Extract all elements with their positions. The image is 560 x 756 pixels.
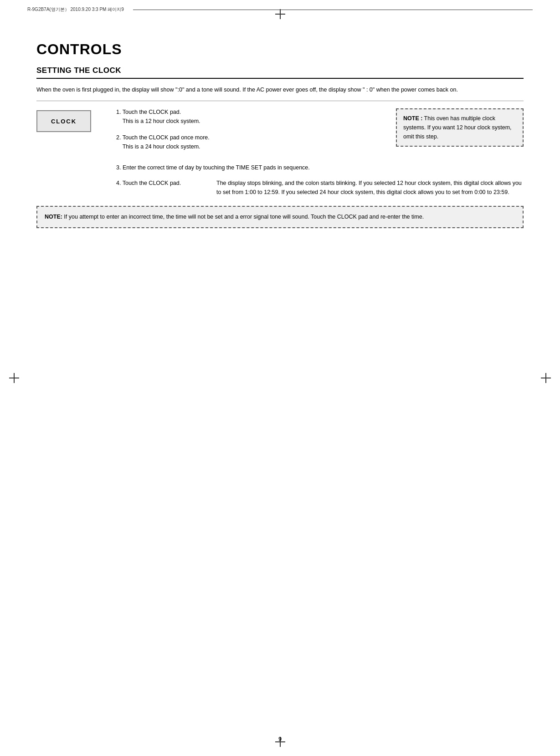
header-line: [133, 10, 533, 10]
bottom-note-bold: NOTE:: [45, 214, 62, 220]
step-4-row: 4. Touch the CLOCK pad. The display stop…: [116, 179, 524, 197]
steps-1-2-row: 1. Touch the CLOCK pad. This is a 12 hou…: [116, 107, 524, 158]
step-1-text: 1. Touch the CLOCK pad. This is a 12 hou…: [116, 109, 200, 124]
step-4-main: Touch the CLOCK pad.: [123, 180, 181, 186]
step-4-number: 4.: [116, 180, 121, 186]
clock-button-label: CLOCK: [51, 118, 77, 125]
header-bar: R-9G2B7A(영기본） 2010.9.20 3:3 PM 페이지9: [27, 6, 533, 13]
step-3: 3. Enter the correct time of day by touc…: [116, 163, 524, 172]
cross-mark-left: [9, 373, 19, 383]
step-1: 1. Touch the CLOCK pad. This is a 12 hou…: [116, 107, 387, 126]
step-2-main-text: Touch the CLOCK pad once more.: [123, 134, 210, 141]
step-4: 4. Touch the CLOCK pad.: [116, 179, 207, 188]
header-text: R-9G2B7A(영기본） 2010.9.20 3:3 PM 페이지9: [27, 6, 124, 13]
step-2-number: 2.: [116, 134, 121, 141]
step-4-note-text: The display stops blinking, and the colo…: [216, 179, 524, 197]
step-1-number: 1.: [116, 109, 121, 115]
instruction-area: CLOCK 1. Touch the CLOCK pad. This is a …: [36, 107, 524, 197]
main-content: CONTROLS SETTING THE CLOCK When the oven…: [36, 27, 524, 729]
note-inline-bold: NOTE :: [403, 115, 422, 122]
steps-1-2-left: 1. Touch the CLOCK pad. This is a 12 hou…: [116, 107, 387, 158]
clock-button-image: CLOCK: [36, 110, 91, 132]
step-2: 2. Touch the CLOCK pad once more. This i…: [116, 133, 387, 151]
main-title: CONTROLS: [36, 41, 524, 58]
bottom-note-box: NOTE: If you attempt to enter an incorre…: [36, 206, 524, 228]
step-2-sub: This is a 24 hour clock system.: [123, 143, 200, 150]
note-inline-content: NOTE : This oven has multiple clock syst…: [396, 108, 524, 147]
note-inline-box: NOTE : This oven has multiple clock syst…: [396, 107, 524, 158]
step-3-main: Enter the correct time of day by touchin…: [123, 164, 310, 171]
right-column: 1. Touch the CLOCK pad. This is a 12 hou…: [116, 107, 524, 197]
step-1-main-text: Touch the CLOCK pad.: [123, 109, 181, 115]
bottom-note-text: If you attempt to enter an incorrect tim…: [62, 214, 424, 220]
page-number: 9: [278, 736, 282, 742]
left-column: CLOCK: [36, 107, 116, 197]
section-title: SETTING THE CLOCK: [36, 66, 524, 79]
step-3-number: 3.: [116, 164, 121, 171]
step-1-sub: This is a 12 hour clock system.: [123, 118, 200, 124]
intro-text: When the oven is first plugged in, the d…: [36, 85, 524, 101]
cross-mark-right: [541, 373, 551, 383]
step-4-left: 4. Touch the CLOCK pad.: [116, 179, 207, 197]
page-container: R-9G2B7A(영기본） 2010.9.20 3:3 PM 페이지9 CONT…: [0, 0, 560, 756]
